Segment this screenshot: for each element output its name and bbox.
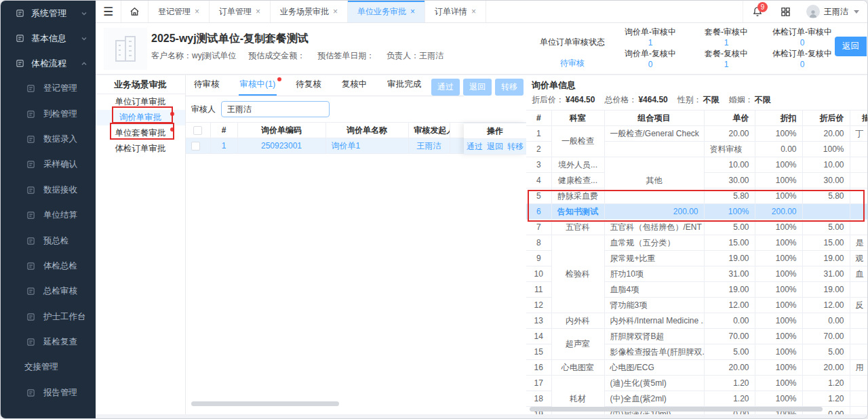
dept-cell: 五官科	[551, 220, 604, 235]
price-cell: 20.00	[704, 360, 755, 376]
scene-item-label: 询价单审批	[119, 112, 162, 123]
tab-close-icon[interactable]: ×	[256, 7, 260, 16]
settlement-icon	[26, 211, 35, 220]
transfer-button[interactable]: 转移	[495, 79, 524, 96]
discount-cell: 100%	[755, 391, 802, 407]
sidebar-item-label: 延检复查	[43, 336, 77, 348]
sidebar-item-到检管理[interactable]: 到检管理	[1, 101, 96, 126]
return-button[interactable]: 退回	[463, 79, 492, 96]
scene-item-体检订单审批[interactable]: 体检订单审批	[96, 141, 185, 157]
description-cell: 是	[850, 235, 868, 251]
sidebar-item-登记管理[interactable]: 登记管理	[1, 76, 96, 101]
transfer-link[interactable]: 转移	[507, 141, 524, 153]
table-row[interactable]: 7五官科五官科（包括辨色）/ENT5.00100%5.00	[526, 220, 868, 235]
row-index: 4	[526, 173, 551, 188]
hamburger-menu-icon[interactable]: ☰	[96, 1, 121, 22]
approval-tab-审批完成[interactable]: 审批完成	[386, 79, 422, 96]
horizontal-scrollbar[interactable]	[530, 407, 823, 412]
tab-close-icon[interactable]: ×	[471, 7, 476, 16]
inquiry-items-table: #科室组合项目单价折扣折后价描述 1一般检查一般检查/General Check…	[526, 110, 868, 414]
return-link[interactable]: 退回	[487, 141, 503, 153]
approval-tab-审核中(1)[interactable]: 审核中(1)	[239, 79, 277, 96]
table-row[interactable]: 16心电图室心电图/ECG20.00100%20.00用	[526, 360, 868, 376]
sidebar-item-报告管理[interactable]: 报告管理	[1, 380, 96, 405]
description-cell	[850, 344, 868, 360]
sidebar-item-预总检[interactable]: 预总检	[1, 228, 96, 253]
tab-close-icon[interactable]: ×	[195, 7, 199, 16]
notifications-button[interactable]: 9	[743, 1, 771, 22]
sidebar-item-label: 登记管理	[43, 83, 77, 94]
sidebar-item-采样确认[interactable]: 采样确认	[1, 152, 96, 177]
sidebar-item-护士工作台[interactable]: 护士工作台	[1, 304, 96, 330]
tab-close-icon[interactable]: ×	[410, 7, 415, 16]
checkbox[interactable]	[193, 126, 202, 135]
sidebar-group-系统管理[interactable]: 系统管理	[1, 1, 96, 26]
apps-grid-button[interactable]	[771, 1, 800, 22]
sidebar-item-体检总检[interactable]: 体检总检	[1, 254, 96, 279]
inquiry-info-title: 询价单信息	[526, 75, 868, 93]
column-header: 描述	[850, 111, 868, 126]
sidebar-item-延检复查[interactable]: 延检复查	[1, 330, 96, 355]
summary-value: 不限	[755, 95, 771, 104]
tab-登记管理[interactable]: 登记管理×	[149, 1, 210, 22]
back-button[interactable]: 返回	[835, 37, 867, 56]
inquiry-code-link[interactable]: 250923001	[237, 138, 326, 154]
table-row[interactable]: 6告知书测试200.00100%200.00	[526, 204, 868, 220]
reviewer-input[interactable]	[221, 101, 330, 117]
horizontal-scrollbar[interactable]	[191, 401, 339, 406]
scene-item-单位订单审批[interactable]: 单位订单审批	[96, 94, 185, 110]
price-cell: 31.00	[704, 266, 755, 282]
tab-订单管理[interactable]: 订单管理×	[210, 1, 271, 22]
sidebar-group-体检流程[interactable]: 体检流程	[1, 51, 96, 76]
home-tab[interactable]	[121, 1, 149, 22]
tab-业务场景审批[interactable]: 业务场景审批×	[271, 1, 348, 22]
summary-label: 折后价：	[532, 95, 564, 104]
approval-tab-待复核[interactable]: 待复核	[294, 79, 323, 96]
description-cell: 血	[850, 266, 868, 282]
table-row[interactable]: 1一般检查一般检查/General Check20.00100%20.00丁	[526, 126, 868, 142]
stat-column: 询价单-审核中1询价单-复核中0	[612, 26, 688, 70]
scene-item-单位套餐审批[interactable]: 单位套餐审批	[96, 125, 185, 141]
row-index: 5	[526, 188, 551, 204]
approval-tab-复核中[interactable]: 复核中	[340, 79, 369, 96]
inquiry-info-panel: 询价单信息 折后价：¥464.50总价格：¥464.50性别：不限婚姻：不限 #…	[526, 75, 868, 414]
discount-cell: 100%	[755, 360, 802, 376]
scene-item-label: 单位套餐审批	[115, 127, 166, 139]
sidebar-item-数据接收[interactable]: 数据接收	[1, 178, 96, 203]
checkbox[interactable]	[191, 142, 200, 151]
scene-item-label: 体检订单审批	[115, 143, 166, 155]
table-row[interactable]: 17耗材(迪)生化(黄5ml)1.20100%1.20	[526, 376, 868, 391]
table-row[interactable]: 14超声室肝胆脾双肾B超70.00100%70.00	[526, 329, 868, 344]
description-cell	[850, 329, 868, 344]
sidebar-item-label: 单位结算	[43, 210, 77, 221]
price-cell: 20.00	[704, 126, 755, 142]
tab-单位业务审批[interactable]: 单位业务审批×	[348, 1, 425, 22]
table-row[interactable]: 13内外科内外科/Internal Medicine ...0.00100%0.…	[526, 313, 868, 329]
tab-订单详情[interactable]: 订单详情×	[425, 1, 486, 22]
discounted-price-cell: 31.00	[802, 266, 850, 282]
dept-cell: 超声室	[551, 329, 604, 360]
combo-cell: 肝功10项	[604, 266, 704, 282]
approve-link[interactable]: 通过	[467, 141, 483, 153]
tab-close-icon[interactable]: ×	[333, 7, 338, 16]
approval-list-panel: 待审核审核中(1)待复核复核中审批完成 通过退回转移 审核人 #询价单编码询价单…	[186, 75, 526, 414]
sidebar-group-基本信息[interactable]: 基本信息	[1, 26, 96, 51]
sidebar-item-交接管理[interactable]: 交接管理	[1, 355, 96, 380]
approval-tab-待审核[interactable]: 待审核	[193, 79, 221, 96]
scene-item-询价单审批[interactable]: 询价单审批	[96, 110, 185, 125]
row-index: 6	[526, 204, 551, 220]
sidebar-item-label: 交接管理	[24, 361, 58, 373]
inquiry-name-link[interactable]: 询价单1	[326, 138, 408, 154]
row-index: 17	[526, 376, 551, 391]
sidebar-item-数据录入[interactable]: 数据录入	[1, 127, 96, 152]
user-menu[interactable]: 王雨洁	[800, 5, 868, 18]
sidebar-item-单位结算[interactable]: 单位结算	[1, 203, 96, 228]
discounted-price-cell: 12.00	[802, 298, 850, 313]
sidebar-item-总检审核[interactable]: 总检审核	[1, 279, 96, 304]
table-row[interactable]: 3境外人员...其他10.00100%10.00	[526, 157, 868, 173]
table-row[interactable]: 8检验科血常规（五分类）15.00100%15.00是	[526, 235, 868, 251]
discount-cell: 100%	[755, 173, 802, 188]
approve-button[interactable]: 通过	[431, 79, 460, 96]
initiator-link[interactable]: 王雨洁	[408, 138, 450, 154]
subtitle-item: 客户名称：wyj测试单位	[151, 50, 236, 62]
